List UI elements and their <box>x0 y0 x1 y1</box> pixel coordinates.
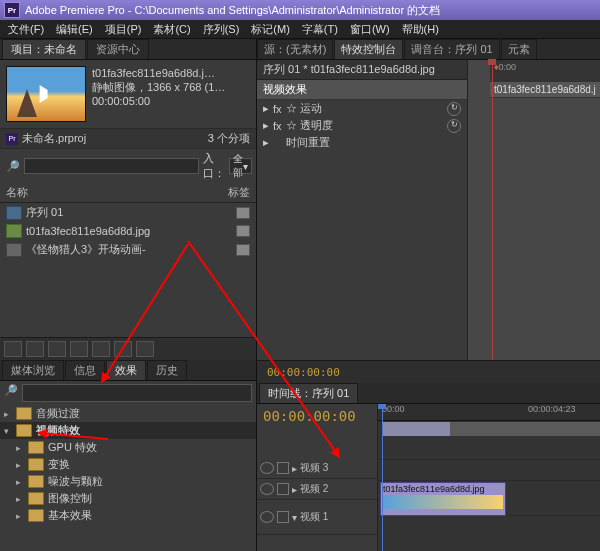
source-tabs: 源：(无素材) 特效控制台 调音台：序列 01 元素 <box>257 39 600 60</box>
eye-icon[interactable] <box>260 483 274 495</box>
track-header[interactable]: ▸视频 3 <box>257 458 377 479</box>
project-file: 未命名.prproj <box>22 131 86 146</box>
label-swatch[interactable] <box>236 207 250 219</box>
search-icon[interactable]: 🔎 <box>6 160 20 173</box>
effects-search[interactable] <box>22 384 252 402</box>
bin-row[interactable]: 序列 01 <box>0 203 256 222</box>
timeline-tabs: 时间线：序列 01 <box>257 383 600 404</box>
tab-effect-controls[interactable]: 特效控制台 <box>334 39 403 59</box>
effect-controls-footer: 00:00:00:00 <box>257 360 600 383</box>
clip-name: t01fa3fec811e9a6d8d.j… <box>92 66 250 80</box>
clip-duration: 00:00:05:00 <box>92 94 250 108</box>
folder-icon <box>28 475 44 488</box>
ec-clip-label: t01fa3fec811e9a6d8d.j <box>490 82 600 98</box>
effect-folder[interactable]: ▸图像控制 <box>0 490 256 507</box>
clip-meta: 静帧图像，1366 x 768 (1… <box>92 80 250 94</box>
effect-row[interactable]: ▸fx☆ 运动↻ <box>257 100 467 117</box>
clip-thumbnail[interactable] <box>6 66 86 122</box>
project-search[interactable] <box>24 158 199 174</box>
title-bar: Pr Adobe Premiere Pro - C:\Documents and… <box>0 0 600 20</box>
menu-edit[interactable]: 编辑(E) <box>50 22 99 37</box>
effect-folder[interactable]: ▸变换 <box>0 456 256 473</box>
effect-folder[interactable]: ▸GPU 特效 <box>0 439 256 456</box>
menu-marker[interactable]: 标记(M) <box>245 22 296 37</box>
sequence-icon <box>6 206 22 220</box>
menu-bar: 文件(F) 编辑(E) 项目(P) 素材(C) 序列(S) 标记(M) 字幕(T… <box>0 20 600 39</box>
image-icon <box>6 224 22 238</box>
tab-history[interactable]: 历史 <box>147 360 187 380</box>
timeline-tracks[interactable]: 00:0000:00:04:23 t01fa3fec811e9a6d8d.jpg <box>378 404 600 551</box>
label-swatch[interactable] <box>236 225 250 237</box>
folder-icon <box>28 492 44 505</box>
reset-icon[interactable]: ↻ <box>447 119 461 133</box>
snap-button[interactable] <box>261 444 275 456</box>
app-icon: Pr <box>4 2 20 18</box>
menu-project[interactable]: 项目(P) <box>99 22 148 37</box>
tab-timeline[interactable]: 时间线：序列 01 <box>259 383 358 403</box>
lock-icon[interactable] <box>277 483 289 495</box>
menu-title[interactable]: 字幕(T) <box>296 22 344 37</box>
automate-button[interactable] <box>48 341 66 357</box>
tab-mixer[interactable]: 调音台：序列 01 <box>404 39 499 59</box>
label-swatch[interactable] <box>236 244 250 256</box>
menu-sequence[interactable]: 序列(S) <box>197 22 246 37</box>
effect-folder[interactable]: ▸基本效果 <box>0 507 256 524</box>
menu-file[interactable]: 文件(F) <box>2 22 50 37</box>
bin-row[interactable]: t01fa3fec811e9a6d8d.jpg <box>0 222 256 240</box>
bin-row[interactable]: 《怪物猎人3》开场动画- <box>0 240 256 259</box>
lock-icon[interactable] <box>277 462 289 474</box>
effect-section: 视频效果 <box>263 82 307 97</box>
project-tabs: 项目：未命名 资源中心 <box>0 39 256 60</box>
effect-folder[interactable]: ▸音频过渡 <box>0 405 256 422</box>
project-panel: t01fa3fec811e9a6d8d.j… 静帧图像，1366 x 768 (… <box>0 60 256 360</box>
items-count: 3 个分项 <box>208 131 250 146</box>
effect-row[interactable]: ▸fx☆ 透明度↻ <box>257 117 467 134</box>
effect-folder[interactable]: ▸噪波与颗粒 <box>0 473 256 490</box>
find-button[interactable] <box>70 341 88 357</box>
timeline-scrub[interactable] <box>382 421 600 437</box>
folder-icon <box>16 424 32 437</box>
tab-project[interactable]: 项目：未命名 <box>2 39 86 59</box>
eye-icon[interactable] <box>260 511 274 523</box>
menu-help[interactable]: 帮助(H) <box>396 22 445 37</box>
lock-icon[interactable] <box>277 511 289 523</box>
marker-button[interactable] <box>277 444 291 456</box>
new-bin-button[interactable] <box>92 341 110 357</box>
menu-window[interactable]: 窗口(W) <box>344 22 396 37</box>
folder-icon <box>16 407 32 420</box>
list-view-button[interactable] <box>4 341 22 357</box>
track-header[interactable]: ▸视频 2 <box>257 479 377 500</box>
icon-view-button[interactable] <box>26 341 44 357</box>
timeline-panel: 00:00:00:00 ▸视频 3 ▸视频 2 ▾视频 1 00:0000:00… <box>257 404 600 551</box>
trash-button[interactable] <box>136 341 154 357</box>
folder-icon <box>28 458 44 471</box>
effect-controls-panel: 序列 01 * t01fa3fec811e9a6d8d.jpg 视频效果 ▸fx… <box>257 60 600 360</box>
search-icon[interactable]: 🔎 <box>4 384 18 402</box>
menu-clip[interactable]: 素材(C) <box>147 22 196 37</box>
track-header[interactable]: ▾视频 1 <box>257 500 377 535</box>
in-combo[interactable]: 全部▾ <box>229 158 252 174</box>
col-name[interactable]: 名称 <box>6 185 228 200</box>
window-title: Adobe Premiere Pro - C:\Documents and Se… <box>25 3 440 18</box>
browser-tabs: 媒体浏览 信息 效果 历史 <box>0 360 256 381</box>
tab-source[interactable]: 源：(无素材) <box>257 39 333 59</box>
tab-resource[interactable]: 资源中心 <box>87 39 149 59</box>
audio-icon <box>6 243 22 257</box>
timeline-clip[interactable]: t01fa3fec811e9a6d8d.jpg <box>380 482 506 516</box>
tab-meta[interactable]: 元素 <box>501 39 537 59</box>
col-label[interactable]: 标签 <box>228 185 250 200</box>
tab-media[interactable]: 媒体浏览 <box>2 360 64 380</box>
effect-row[interactable]: ▸fx时间重置 <box>257 134 467 151</box>
in-label: 入口： <box>203 151 225 181</box>
eye-icon[interactable] <box>260 462 274 474</box>
effect-heading: 序列 01 * t01fa3fec811e9a6d8d.jpg <box>257 60 467 80</box>
folder-icon <box>28 441 44 454</box>
effects-panel: 🔎 ▸音频过渡 ▾视频特效 ▸GPU 特效 ▸变换 ▸噪波与颗粒 ▸图像控制 ▸… <box>0 381 256 551</box>
project-icon: Pr <box>6 133 18 145</box>
folder-icon <box>28 509 44 522</box>
reset-icon[interactable]: ↻ <box>447 102 461 116</box>
